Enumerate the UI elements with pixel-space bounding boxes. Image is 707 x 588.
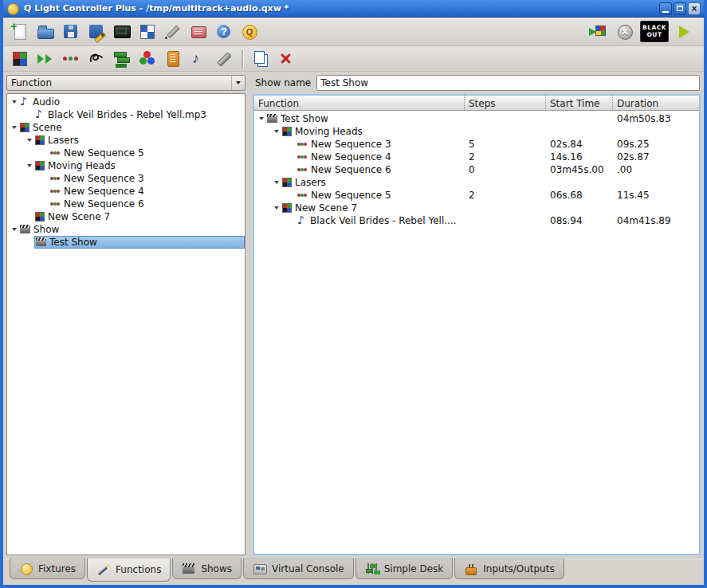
- tree-item-scene[interactable]: Scene: [7, 121, 245, 134]
- new-rgb-matrix-button[interactable]: [136, 48, 159, 70]
- expander-icon[interactable]: [24, 135, 34, 146]
- show-row-new-sequence-3[interactable]: New Sequence 3502s.8409s.25: [254, 138, 699, 151]
- new-sequence-icon: [61, 49, 81, 69]
- column-header-start-time[interactable]: Start Time: [545, 96, 612, 111]
- expander-icon[interactable]: [271, 127, 281, 137]
- show-row-test-show[interactable]: Test Show04m50s.83: [254, 112, 699, 125]
- expander-icon[interactable]: [271, 203, 281, 214]
- new-script-button[interactable]: [161, 48, 185, 70]
- clone-button[interactable]: [249, 48, 273, 70]
- tree-item-audio[interactable]: Audio: [7, 96, 245, 108]
- tree-item-label: New Sequence 3: [311, 139, 391, 150]
- delete-button[interactable]: [274, 48, 298, 70]
- column-header-duration[interactable]: Duration: [612, 96, 699, 111]
- maximize-button[interactable]: [674, 2, 686, 15]
- address-tool-button[interactable]: [187, 21, 210, 43]
- fixture-monitor-button[interactable]: [136, 21, 159, 43]
- duration-cell: 04m41s.89: [612, 215, 699, 226]
- tab-simple-desk[interactable]: Simple Desk: [355, 559, 454, 579]
- expander-spacer: [39, 186, 49, 197]
- tree-item-black-veil-brides-rebel-yell-mp3[interactable]: Black Veil Brides - Rebel Yell.mp3: [7, 108, 245, 121]
- tree-item-content: Lasers: [34, 134, 245, 147]
- column-header-steps[interactable]: Steps: [464, 96, 545, 111]
- tree-indent: [7, 153, 39, 154]
- function-filter-combo[interactable]: Function: [6, 75, 245, 91]
- show-row-new-scene-7[interactable]: New Scene 7: [254, 202, 699, 214]
- expander-icon[interactable]: [9, 97, 19, 108]
- tree-item-content: New Sequence 6: [297, 163, 464, 176]
- tree-item-new-sequence-3[interactable]: New Sequence 3: [7, 172, 245, 185]
- tree-item-label: New Sequence 3: [64, 173, 144, 184]
- expander-icon[interactable]: [24, 161, 34, 171]
- tree-indent: [254, 170, 286, 171]
- expander-icon[interactable]: [271, 178, 281, 188]
- about-button[interactable]: [238, 21, 261, 43]
- minimize-button[interactable]: [659, 2, 672, 15]
- expander-icon[interactable]: [9, 225, 19, 235]
- stop-all-button[interactable]: [613, 21, 637, 43]
- new-efx-button[interactable]: [84, 48, 108, 70]
- tree-item-new-sequence-6[interactable]: New Sequence 6: [7, 198, 245, 210]
- operate-mode-button[interactable]: [672, 21, 696, 43]
- show-name-input[interactable]: [316, 75, 700, 91]
- tree-item-test-show[interactable]: Test Show: [7, 236, 245, 249]
- show-row-new-sequence-5[interactable]: New Sequence 5206s.6811s.45: [254, 189, 699, 202]
- titlebar[interactable]: Q Light Controller Plus - /tmp/multitrac…: [3, 0, 704, 18]
- new-audio-button[interactable]: [187, 48, 210, 70]
- new-chaser-icon: [36, 49, 55, 69]
- show-row-lasers[interactable]: Lasers: [254, 176, 699, 189]
- blackout-label-bottom: OUT: [646, 32, 662, 39]
- design-tool-icon: [163, 22, 183, 41]
- open-file-button[interactable]: [33, 21, 57, 43]
- design-tool-button[interactable]: [161, 21, 185, 43]
- new-collection-icon: [112, 49, 132, 69]
- steps-cell: 2: [464, 151, 545, 163]
- new-collection-button[interactable]: [110, 48, 134, 70]
- close-button[interactable]: ×: [688, 2, 701, 15]
- show-row-black-veil-brides-rebel-yell[interactable]: Black Veil Brides - Rebel Yell....08s.94…: [254, 214, 699, 227]
- tree-item-new-scene-7[interactable]: New Scene 7: [7, 210, 245, 223]
- tree-item-show[interactable]: Show: [7, 223, 245, 236]
- panel-splitter[interactable]: [245, 75, 253, 555]
- new-document-button[interactable]: [8, 21, 32, 43]
- new-scene-button[interactable]: [8, 48, 32, 70]
- help-button[interactable]: [212, 21, 236, 43]
- tree-item-label: New Scene 7: [295, 202, 357, 214]
- column-header-function[interactable]: Function: [254, 96, 464, 111]
- tree-indent: [254, 144, 286, 145]
- tab-functions[interactable]: Functions: [87, 559, 171, 582]
- operate-mode-icon: [674, 22, 693, 41]
- sequence-icon: [297, 143, 308, 147]
- show-row-new-sequence-6[interactable]: New Sequence 6003m45s.00.00: [254, 163, 699, 176]
- tab-fixtures[interactable]: Fixtures: [10, 559, 85, 579]
- new-video-button[interactable]: [212, 48, 236, 70]
- main-area: Function AudioBlack Veil Brides - Rebel …: [3, 72, 704, 558]
- dmx-monitor-button[interactable]: [110, 21, 134, 43]
- tree-item-moving-heads[interactable]: Moving Heads: [7, 159, 245, 172]
- new-sequence-button[interactable]: [59, 48, 83, 70]
- save-file-button[interactable]: [59, 21, 83, 43]
- tab-inputs-outputs[interactable]: Inputs/Outputs: [454, 559, 564, 579]
- tab-virtual-console[interactable]: Virtual Console: [243, 559, 354, 579]
- expander-icon[interactable]: [9, 123, 19, 133]
- show-row-moving-heads[interactable]: Moving Heads: [254, 125, 699, 138]
- save-as-button[interactable]: [84, 21, 108, 43]
- new-scene-icon: [10, 49, 29, 69]
- tree-item-new-sequence-5[interactable]: New Sequence 5: [7, 147, 245, 159]
- combo-dropdown-button[interactable]: [231, 76, 245, 90]
- show-name-row: Show name: [253, 75, 701, 94]
- live-edit-button[interactable]: [586, 21, 610, 43]
- duration-cell: 04m50s.83: [612, 113, 699, 124]
- function-cell: Test Show: [254, 112, 464, 125]
- show-row-new-sequence-4[interactable]: New Sequence 4214s.1602s.87: [254, 151, 699, 163]
- tab-shows[interactable]: Shows: [172, 559, 242, 579]
- tab-fixtures-icon: [19, 563, 33, 575]
- tree-item-label: Black Veil Brides - Rebel Yell.mp3: [48, 109, 206, 120]
- new-video-icon: [214, 49, 234, 69]
- tree-item-lasers[interactable]: Lasers: [7, 134, 245, 147]
- tree-item-new-sequence-4[interactable]: New Sequence 4: [7, 185, 245, 198]
- new-chaser-button[interactable]: [33, 48, 57, 70]
- app-icon: [6, 2, 19, 15]
- expander-icon[interactable]: [256, 114, 266, 124]
- blackout-button[interactable]: BLACKOUT: [640, 21, 669, 42]
